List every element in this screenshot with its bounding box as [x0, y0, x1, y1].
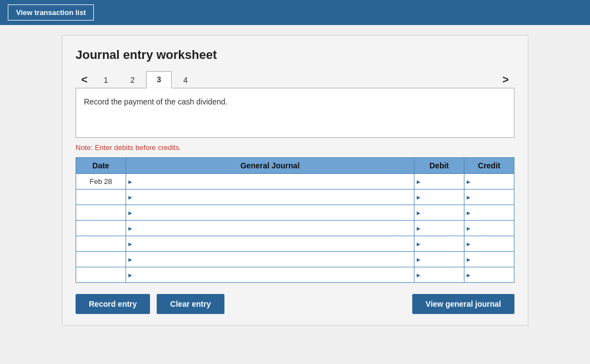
worksheet-title: Journal entry worksheet: [76, 48, 514, 62]
date-cell-7: [76, 267, 126, 283]
col-header-debit: Debit: [414, 158, 464, 174]
clear-entry-button[interactable]: Clear entry: [157, 294, 224, 314]
top-bar: View transaction list: [0, 0, 590, 25]
credit-cell-6[interactable]: ►: [464, 252, 514, 267]
credit-cell-4[interactable]: ►: [464, 221, 514, 236]
arrow-icon-gj-6: ►: [127, 256, 133, 263]
debit-input-4[interactable]: [414, 221, 464, 236]
gj-cell-6[interactable]: ►: [126, 252, 414, 267]
gj-cell-1[interactable]: ►: [126, 174, 414, 190]
date-cell-6: [76, 252, 126, 267]
col-header-date: Date: [76, 158, 126, 174]
col-header-credit: Credit: [464, 158, 514, 174]
credit-cell-3[interactable]: ►: [464, 205, 514, 221]
credit-cell-5[interactable]: ►: [464, 236, 514, 252]
credit-cell-2[interactable]: ►: [464, 190, 514, 205]
table-row: ► ► ►: [76, 267, 514, 283]
gj-input-3[interactable]: [126, 205, 414, 220]
arrow-icon-credit-6: ►: [466, 256, 472, 263]
arrow-icon-debit-2: ►: [416, 194, 422, 201]
gj-cell-2[interactable]: ►: [126, 190, 414, 205]
gj-input-2[interactable]: [126, 190, 414, 205]
credit-input-6[interactable]: [464, 252, 514, 267]
gj-input-7[interactable]: [126, 267, 414, 282]
tab-1[interactable]: 1: [93, 72, 119, 88]
credit-input-1[interactable]: [464, 174, 514, 189]
arrow-icon-gj-5: ►: [127, 241, 133, 247]
credit-cell-1[interactable]: ►: [464, 174, 514, 190]
debit-cell-3[interactable]: ►: [414, 205, 464, 221]
credit-cell-7[interactable]: ►: [464, 267, 514, 283]
gj-cell-5[interactable]: ►: [126, 236, 414, 252]
record-entry-button[interactable]: Record entry: [76, 294, 150, 314]
gj-input-6[interactable]: [126, 252, 414, 267]
debit-input-5[interactable]: [414, 236, 464, 251]
debit-cell-5[interactable]: ►: [414, 236, 464, 252]
table-row: ► ► ►: [76, 221, 514, 236]
table-row: ► ► ►: [76, 236, 514, 252]
table-row: ► ► ►: [76, 252, 514, 267]
view-transaction-btn[interactable]: View transaction list: [8, 4, 94, 21]
date-cell-4: [76, 221, 126, 236]
next-tab-arrow[interactable]: >: [497, 71, 514, 88]
arrow-icon-credit-7: ►: [466, 272, 472, 278]
arrow-icon-credit-5: ►: [466, 241, 472, 247]
arrow-icon-gj-3: ►: [127, 210, 133, 216]
table-row: Feb 28 ► ► ►: [76, 174, 514, 190]
tab-3[interactable]: 3: [146, 71, 172, 88]
arrow-icon-debit-4: ►: [416, 225, 422, 232]
date-cell-5: [76, 236, 126, 252]
arrow-icon-credit-3: ►: [466, 210, 472, 216]
tabs-container: < 1 2 3 4 >: [76, 71, 514, 88]
credit-input-2[interactable]: [464, 190, 514, 205]
arrow-icon-gj-1: ►: [127, 178, 133, 185]
prev-tab-arrow[interactable]: <: [76, 71, 93, 88]
date-cell-1: Feb 28: [76, 174, 126, 190]
debit-cell-7[interactable]: ►: [414, 267, 464, 283]
gj-cell-3[interactable]: ►: [126, 205, 414, 221]
debit-input-3[interactable]: [414, 205, 464, 220]
tab-2[interactable]: 2: [119, 72, 145, 88]
arrow-icon-credit-1: ►: [466, 178, 472, 185]
debit-cell-2[interactable]: ►: [414, 190, 464, 205]
gj-input-4[interactable]: [126, 221, 414, 236]
gj-input-5[interactable]: [126, 236, 414, 251]
credit-input-3[interactable]: [464, 205, 514, 220]
debit-input-1[interactable]: [414, 174, 464, 189]
arrow-icon-gj-2: ►: [127, 194, 133, 201]
gj-cell-4[interactable]: ►: [126, 221, 414, 236]
bottom-buttons: Record entry Clear entry View general jo…: [76, 294, 514, 314]
arrow-icon-debit-7: ►: [416, 272, 422, 278]
date-cell-3: [76, 205, 126, 221]
debit-input-2[interactable]: [414, 190, 464, 205]
gj-cell-7[interactable]: ►: [126, 267, 414, 283]
credit-input-4[interactable]: [464, 221, 514, 236]
arrow-icon-credit-4: ►: [466, 225, 472, 232]
debit-cell-6[interactable]: ►: [414, 252, 464, 267]
instruction-text: Record the payment of the cash dividend.: [84, 97, 506, 106]
note-text: Note: Enter debits before credits.: [76, 143, 514, 152]
debit-cell-4[interactable]: ►: [414, 221, 464, 236]
debit-input-6[interactable]: [414, 252, 464, 267]
instruction-box: Record the payment of the cash dividend.: [76, 88, 514, 138]
date-cell-2: [76, 190, 126, 205]
arrow-icon-debit-6: ►: [416, 256, 422, 263]
table-row: ► ► ►: [76, 205, 514, 221]
credit-input-5[interactable]: [464, 236, 514, 251]
arrow-icon-debit-3: ►: [416, 210, 422, 216]
credit-input-7[interactable]: [464, 267, 514, 282]
arrow-icon-debit-5: ►: [416, 241, 422, 247]
main-container: Journal entry worksheet < 1 2 3 4 > Reco…: [62, 35, 528, 326]
journal-table: Date General Journal Debit Credit Feb 28…: [76, 157, 514, 283]
debit-input-7[interactable]: [414, 267, 464, 282]
debit-cell-1[interactable]: ►: [414, 174, 464, 190]
gj-input-1[interactable]: [126, 174, 414, 189]
arrow-icon-gj-7: ►: [127, 272, 133, 278]
arrow-icon-credit-2: ►: [466, 194, 472, 201]
arrow-icon-gj-4: ►: [127, 225, 133, 232]
col-header-general-journal: General Journal: [126, 158, 414, 174]
table-row: ► ► ►: [76, 190, 514, 205]
view-general-journal-button[interactable]: View general journal: [412, 294, 514, 314]
arrow-icon-debit-1: ►: [416, 178, 422, 185]
tab-4[interactable]: 4: [173, 72, 198, 88]
